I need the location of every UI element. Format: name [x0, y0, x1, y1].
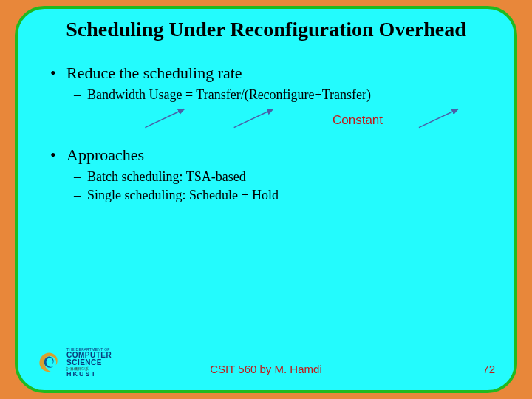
footer: THE DEPARTMENT OF COMPUTER SCIENCE 計算機科學…: [18, 346, 514, 380]
arrow-to-usage: [145, 109, 184, 128]
arrow-right: [419, 109, 458, 128]
slide-title: Scheduling Under Reconfiguration Overhea…: [38, 18, 494, 41]
arrow-to-reconfigure: [234, 109, 273, 128]
page-number: 72: [482, 363, 495, 375]
bullet-reduce-rate: Reduce the scheduling rate: [50, 64, 494, 83]
annotation-constant: Constant: [332, 113, 383, 128]
logo-swirl-icon: [37, 350, 62, 375]
dept-logo: THE DEPARTMENT OF COMPUTER SCIENCE 計算機科學…: [37, 347, 148, 378]
bullet-bandwidth-formula: Bandwidth Usage = Transfer/(Reconfigure+…: [74, 87, 494, 103]
bullet-batch: Batch scheduling: TSA-based: [74, 169, 494, 185]
bullet-single: Single scheduling: Schedule + Hold: [74, 188, 494, 203]
annotation-row: Constant: [38, 106, 494, 132]
footer-course: CSIT 560 by M. Hamdi: [210, 363, 321, 375]
arrows-svg: [38, 106, 494, 132]
logo-line-hkust: HKUST: [66, 371, 148, 378]
slide-frame: Scheduling Under Reconfiguration Overhea…: [15, 6, 517, 393]
bullet-approaches: Approaches: [50, 146, 494, 165]
logo-line-cs: COMPUTER SCIENCE: [66, 352, 148, 367]
logo-text-block: THE DEPARTMENT OF COMPUTER SCIENCE 計算機科學…: [66, 348, 148, 378]
